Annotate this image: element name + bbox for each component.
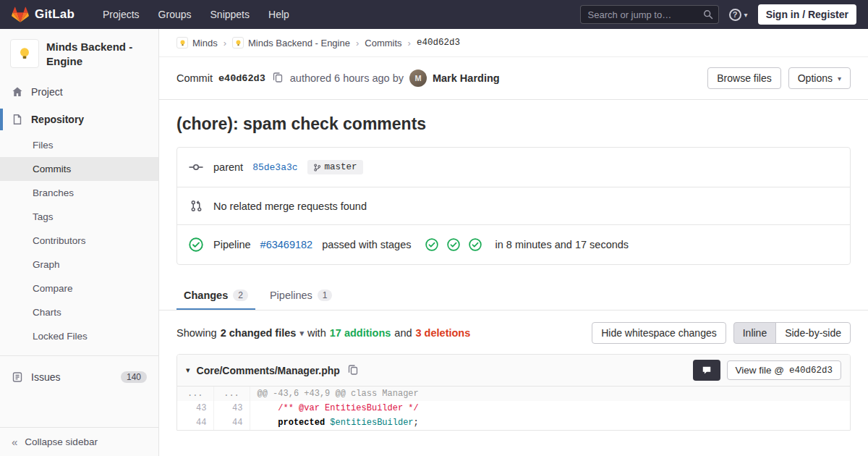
sidebar-item-commits[interactable]: Commits [0,157,158,181]
breadcrumb-group-link[interactable]: Minds [176,37,218,48]
document-icon [12,114,23,125]
breadcrumb-project-label: Minds Backend - Engine [248,38,350,48]
pipeline-stage-icon[interactable] [469,238,482,251]
author-name-link[interactable]: Mark Harding [433,72,500,84]
sidebar-item-issues[interactable]: Issues 140 [0,363,158,391]
sidebar-item-charts[interactable]: Charts [0,300,158,324]
deletions-count: 3 deletions [416,327,471,339]
lightbulb-icon [179,39,187,47]
diff-table: ... ... @@ -43,6 +43,9 @@ class Manager … [177,387,850,430]
diff-line-row: 43 43 /** @var EntitiesBuilder */ [177,401,850,415]
nav-item-snippets[interactable]: Snippets [203,1,258,28]
nav-item-projects[interactable]: Projects [95,1,148,28]
view-file-sha: e40d62d3 [789,366,833,376]
issues-icon [12,371,23,383]
search-icon [703,9,713,20]
sidebar-item-repository[interactable]: Repository [0,106,158,133]
view-file-label: View file @ [736,365,784,376]
lightbulb-icon [17,46,33,62]
sidebar-item-branches[interactable]: Branches [0,181,158,205]
global-search [580,5,719,24]
diff-hunk-row: ... ... @@ -43,6 +43,9 @@ class Manager [177,387,850,401]
gitlab-logo[interactable]: GitLab [12,6,75,23]
branch-badge[interactable]: master [307,160,363,174]
new-line-number[interactable]: 43 [213,401,250,415]
view-file-button[interactable]: View file @ e40d62d3 [727,360,842,380]
pipeline-duration-text: in 8 minutes and 17 seconds [495,239,629,250]
sidebar-item-compare[interactable]: Compare [0,276,158,300]
pipeline-id-link[interactable]: #63469182 [260,239,313,250]
sidebar-item-locked-files[interactable]: Locked Files [0,324,158,348]
pipeline-status-text: passed with stages [322,239,411,250]
author-avatar[interactable]: M [409,69,427,87]
file-path-link[interactable]: Core/Comments/Manager.php [197,365,340,376]
branch-icon [313,164,321,172]
parent-sha-link[interactable]: 85de3a3c [252,162,297,173]
parent-row: parent 85de3a3c master [177,148,850,187]
tab-changes[interactable]: Changes 2 [176,281,255,310]
changed-files-dropdown[interactable]: 2 changed files ▾ [221,327,304,339]
collapse-file-icon[interactable]: ▾ [186,366,190,375]
old-line-number[interactable]: 44 [177,415,213,430]
breadcrumb-project-link[interactable]: Minds Backend - Engine [232,37,350,48]
sidebar-item-label: Issues [31,371,60,383]
breadcrumb-separator: › [224,38,226,48]
hide-whitespace-button[interactable]: Hide whitespace changes [592,322,726,344]
authored-text: authored 6 hours ago by [290,72,404,84]
help-dropdown[interactable]: ? ▾ [729,9,748,21]
issues-count-badge: 140 [121,371,147,383]
sidebar-item-files[interactable]: Files [0,133,158,157]
hunk-header-text: @@ -43,6 +43,9 @@ class Manager [250,387,850,401]
chevron-down-icon: ▾ [838,75,841,83]
with-label: with [307,327,326,339]
search-input[interactable] [580,5,719,24]
diff-file-container: ▾ Core/Comments/Manager.php View file @ … [176,354,851,431]
branch-name: master [325,162,357,172]
side-by-side-view-button[interactable]: Side-by-side [775,322,851,344]
chevron-down-icon: ▾ [744,11,748,19]
nav-item-help[interactable]: Help [260,1,297,28]
brand-name: GitLab [35,7,75,22]
breadcrumb-commits-link[interactable]: Commits [365,38,401,48]
options-dropdown-button[interactable]: Options ▾ [788,67,851,89]
lightbulb-icon [234,39,242,47]
sidebar-item-contributors[interactable]: Contributors [0,229,158,253]
browse-files-button[interactable]: Browse files [707,67,780,89]
commit-header: Commit e40d62d3 authored 6 hours ago by … [159,57,868,100]
collapse-sidebar-button[interactable]: « Collapse sidebar [0,427,158,456]
commit-icon [188,162,204,172]
sidebar-item-graph[interactable]: Graph [0,253,158,276]
pipeline-stage-icon[interactable] [447,238,460,251]
pipeline-label: Pipeline [213,239,251,250]
merge-request-row: No related merge requests found [177,187,850,224]
pipeline-stage-icon[interactable] [425,238,438,251]
sign-in-button[interactable]: Sign in / Register [758,4,856,25]
copy-file-path-icon[interactable] [346,364,359,377]
additions-count: 17 additions [330,327,391,339]
toggle-comments-button[interactable] [693,360,720,381]
options-label: Options [798,72,833,84]
project-context[interactable]: Minds Backend - Engine [0,29,158,78]
sidebar-item-project[interactable]: Project [0,78,158,106]
group-avatar [176,37,188,48]
sidebar-item-tags[interactable]: Tags [0,205,158,229]
new-line-number[interactable]: 44 [213,415,250,430]
commit-tabs: Changes 2 Pipelines 1 [159,281,868,311]
hunk-new-line: ... [213,387,250,401]
copy-commit-sha-icon[interactable] [271,72,284,85]
changes-count-badge: 2 [233,290,248,301]
nav-item-groups[interactable]: Groups [150,1,200,28]
diff-file-header: ▾ Core/Comments/Manager.php View file @ … [177,355,850,387]
old-line-number[interactable]: 43 [177,401,213,415]
code-keyword: protected [278,418,325,428]
parent-label: parent [213,161,243,173]
file-header-actions: View file @ e40d62d3 [693,360,842,381]
commit-info-box: parent 85de3a3c master No related merge [176,147,851,265]
home-icon [12,86,23,98]
code-punctuation: ; [414,418,419,428]
commit-actions: Browse files Options ▾ [707,67,851,89]
tab-pipelines[interactable]: Pipelines 1 [263,281,340,310]
commit-label: Commit [176,72,213,84]
inline-view-button[interactable]: Inline [733,322,776,344]
breadcrumb-current-sha: e40d62d3 [417,38,460,48]
